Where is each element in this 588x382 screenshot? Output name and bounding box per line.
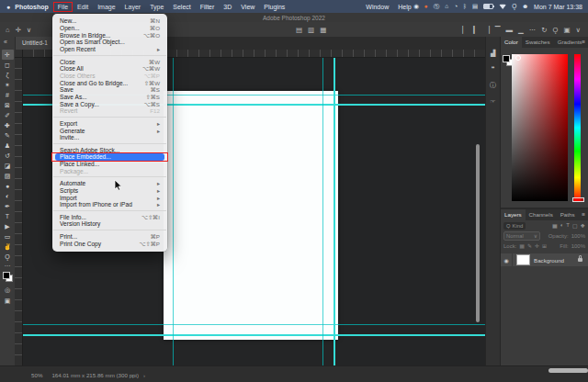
hand-tool[interactable]: ✌ xyxy=(2,242,14,252)
menu-item-import-iphone-ipad[interactable]: Import from iPhone or iPad ▸ xyxy=(52,201,167,208)
wifi-icon[interactable] xyxy=(499,4,506,9)
menu-item-browse-in-bridge[interactable]: Browse in Bridge... ⌥⌘O xyxy=(52,31,167,39)
file-menu-item[interactable] xyxy=(53,176,166,177)
menu-type[interactable]: Type xyxy=(145,4,168,10)
dodge-tool[interactable]: ◐ xyxy=(2,191,14,201)
menu-item-save-as[interactable]: Save As... ⇧⌘S xyxy=(52,94,167,101)
record-status-icon[interactable]: ◉ xyxy=(413,0,419,13)
menu-item-print-one-copy[interactable]: Print One Copy ⌥⇧⌘P xyxy=(52,240,167,247)
move-tool[interactable]: ✛ xyxy=(2,50,14,60)
menu-item-version-history[interactable]: Version History xyxy=(52,220,167,228)
foreground-color-swatch[interactable] xyxy=(503,55,510,62)
align-top-icon[interactable]: ▔ xyxy=(495,26,501,34)
menu-item-invite[interactable]: Invite... xyxy=(52,134,167,141)
notes-panel-icon[interactable]: ❝ xyxy=(492,65,495,73)
hue-slider[interactable] xyxy=(574,54,581,201)
clock-status-icon[interactable]: ◔ xyxy=(454,0,458,13)
move-tool-option-icon[interactable]: ✛ xyxy=(16,26,21,34)
menu-layer[interactable]: Layer xyxy=(120,4,146,10)
edit-toolbar-icon[interactable]: ⋯ xyxy=(0,263,15,270)
menu-item-scripts[interactable]: Scripts ▸ xyxy=(52,187,167,195)
gradient-tool[interactable]: ▨ xyxy=(2,171,14,181)
rotate-view-icon[interactable]: ↻ xyxy=(541,26,547,34)
spotlight-search-icon[interactable]: Ǫ xyxy=(512,0,516,13)
blend-mode-select[interactable]: Normal ∨ xyxy=(503,231,540,241)
menu-item-close-go-bridge[interactable]: Close and Go to Bridge... ⇧⌘W xyxy=(52,79,167,86)
horizontal-scrollbar[interactable] xyxy=(548,368,588,373)
auto-select-icon[interactable]: ▤ xyxy=(296,26,302,34)
menu-file[interactable]: File xyxy=(53,4,73,10)
lock-pixels-icon[interactable]: ✎ xyxy=(527,242,532,249)
canvas-scrollbar[interactable] xyxy=(476,144,480,322)
frame-tool[interactable]: ⊠ xyxy=(2,100,14,110)
menu-item-file-info[interactable]: File Info... ⌥⇧⌘I xyxy=(52,213,167,220)
keyboard-input-icon[interactable]: ▤ xyxy=(472,0,478,13)
eraser-tool[interactable]: ◪ xyxy=(2,161,14,171)
color-picker-ring[interactable] xyxy=(515,55,521,61)
menu-item-print[interactable]: Print... ⌘P xyxy=(52,233,167,241)
layer-name[interactable]: Background xyxy=(534,257,564,264)
filter-adjustment-layers-icon[interactable]: ◐ xyxy=(560,222,564,229)
menu-item-import[interactable]: Import ▸ xyxy=(52,194,167,201)
guide[interactable] xyxy=(334,57,335,365)
layer-thumbnail[interactable] xyxy=(516,254,530,265)
home-icon[interactable]: ⌂ xyxy=(6,26,10,34)
pen-tool[interactable]: ✒ xyxy=(2,201,14,211)
panel-menu-icon[interactable]: ≡ xyxy=(582,37,585,48)
menu-select[interactable]: Select xyxy=(168,4,195,10)
menu-filter[interactable]: Filter xyxy=(196,4,220,10)
guide[interactable] xyxy=(22,324,485,325)
align-middle-icon[interactable]: ▬ xyxy=(505,26,513,34)
object-selection-tool[interactable]: ✶ xyxy=(2,80,14,90)
tab-paths[interactable]: Paths xyxy=(557,209,579,220)
more-options-icon[interactable]: ⋯ xyxy=(529,26,537,34)
file-menu-item[interactable] xyxy=(53,210,166,211)
menu-item-export[interactable]: Export ▸ xyxy=(52,120,167,128)
menu-item-close-all[interactable]: Close All ⌥⌘W xyxy=(52,65,167,73)
menu-item-place-embedded[interactable]: Place Embedded... xyxy=(55,153,164,161)
menu-help[interactable]: Help xyxy=(393,4,415,10)
panel-menu-icon[interactable]: ≡ xyxy=(582,209,585,220)
file-menu-item[interactable] xyxy=(53,55,166,56)
layer-row-background[interactable]: ◉ Background xyxy=(501,253,588,266)
menu-item-open[interactable]: Open... ⌘O xyxy=(52,25,167,32)
home-status-icon[interactable]: ⌂ xyxy=(445,0,448,13)
tab-color[interactable]: Color xyxy=(501,37,522,48)
align-bottom-icon[interactable]: ▁ xyxy=(518,26,524,34)
screen-mode-icon[interactable]: ▣ xyxy=(0,298,15,305)
battery-icon[interactable] xyxy=(483,4,493,10)
align-group-icon[interactable]: ▦ xyxy=(320,26,326,34)
type-tool[interactable]: T xyxy=(2,211,14,221)
zoom-tool[interactable]: Ǫ xyxy=(2,252,14,262)
screen-mode-icon[interactable]: ▣ xyxy=(563,26,570,34)
align-center-icon[interactable]: ▎ xyxy=(473,26,479,34)
crop-tool[interactable]: # xyxy=(2,90,14,100)
align-left-icon[interactable]: ▏ xyxy=(462,26,468,34)
collapse-toolbar-chevron[interactable]: « xyxy=(4,39,7,45)
menubar-clock[interactable]: Mon 7 Mar 13:38 xyxy=(534,4,582,10)
fill-value[interactable]: 100% xyxy=(571,243,585,249)
zoom-level-field[interactable]: 50% xyxy=(31,372,42,378)
file-menu-item[interactable] xyxy=(53,143,166,144)
menu-photoshop[interactable]: Photoshop xyxy=(10,4,53,10)
menu-item-new[interactable]: New... ⌘N xyxy=(52,17,167,25)
brush-tool[interactable]: ✎ xyxy=(2,130,14,140)
menu-image[interactable]: Image xyxy=(93,4,119,10)
lock-artboard-icon[interactable]: ⊞ xyxy=(542,242,547,249)
menu-plugins[interactable]: Plugins xyxy=(259,4,289,10)
opacity-value[interactable]: 100% xyxy=(571,233,585,239)
status-chevron-icon[interactable]: › xyxy=(143,372,145,378)
file-menu-item[interactable] xyxy=(53,230,166,230)
history-brush-tool[interactable]: ↺ xyxy=(2,151,14,161)
menu-item-revert[interactable]: Revert F12 xyxy=(52,107,167,115)
menu-item-close-others[interactable]: Close Others ⌥⌘P xyxy=(52,73,167,80)
document-page[interactable] xyxy=(164,91,338,340)
chevron-down-icon[interactable]: ∨ xyxy=(576,26,582,34)
vertical-ruler[interactable] xyxy=(15,57,23,365)
menu-item-generate[interactable]: Generate ▸ xyxy=(52,127,167,134)
foreground-color-swatch[interactable] xyxy=(3,272,10,279)
menu-item-save[interactable]: Save ⌘S xyxy=(52,86,167,94)
lock-position-icon[interactable]: ✛ xyxy=(535,242,539,249)
lasso-tool[interactable]: ζ xyxy=(2,70,14,80)
path-selection-tool[interactable]: ▶ xyxy=(2,221,14,231)
